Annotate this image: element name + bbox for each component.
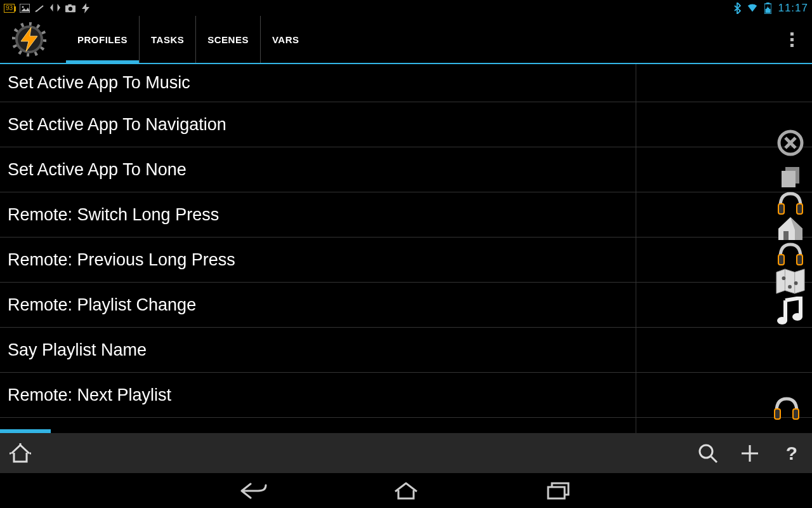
task-title: Remote: Previous Long Press <box>8 250 235 270</box>
svg-rect-13 <box>782 171 796 187</box>
android-status-bar: 93 11:17 <box>0 0 812 16</box>
battery-percent-icon: 93 <box>4 4 15 13</box>
task-row[interactable]: Set Active App To Navigation <box>0 102 812 147</box>
svg-rect-24 <box>775 409 780 419</box>
music-note-icon[interactable] <box>775 297 806 327</box>
back-button[interactable] <box>232 479 276 502</box>
search-button[interactable] <box>697 442 719 465</box>
image-icon <box>20 3 30 13</box>
svg-point-20 <box>794 281 798 285</box>
task-title: Say Playlist Name <box>8 340 147 360</box>
tab-bar: PROFILES TASKS SCENES VARS <box>66 16 311 63</box>
map-icon[interactable] <box>775 266 806 297</box>
scroll-indicator <box>0 429 51 433</box>
svg-point-23 <box>792 313 802 321</box>
headphones-icon[interactable] <box>775 238 806 269</box>
svg-point-1 <box>22 6 24 8</box>
bottom-toolbar: ? <box>0 433 812 473</box>
home-button[interactable] <box>9 442 32 465</box>
task-title: Set Active App To None <box>8 160 187 180</box>
task-row[interactable]: Set Active App To None <box>0 147 812 192</box>
svg-rect-17 <box>778 255 784 265</box>
tab-tasks[interactable]: TASKS <box>139 16 195 63</box>
svg-rect-28 <box>548 487 565 498</box>
tab-vars[interactable]: VARS <box>260 16 311 63</box>
svg-point-19 <box>782 276 786 280</box>
task-title: Remote: Next Playlist <box>8 385 171 405</box>
task-row[interactable]: Remote: Playlist Change <box>0 283 812 328</box>
side-icon-stack <box>775 128 806 327</box>
task-list[interactable]: Set Active App To Music Set Active App T… <box>0 64 812 433</box>
android-nav-bar <box>0 473 812 508</box>
home-nav-button[interactable] <box>384 479 428 502</box>
svg-point-21 <box>788 285 792 289</box>
tab-label: PROFILES <box>77 34 128 45</box>
svg-rect-18 <box>797 255 802 265</box>
tab-scenes[interactable]: SCENES <box>195 16 260 63</box>
task-row[interactable]: Remote: Previous Long Press <box>0 237 812 283</box>
edit-icon <box>35 3 45 13</box>
svg-point-26 <box>700 445 712 458</box>
add-button[interactable] <box>738 442 761 465</box>
tab-profiles[interactable]: PROFILES <box>66 16 139 63</box>
svg-rect-3 <box>69 4 72 6</box>
wifi-icon <box>747 3 757 13</box>
help-button[interactable]: ? <box>780 442 803 465</box>
tab-label: VARS <box>272 34 299 45</box>
overflow-menu-button[interactable] <box>779 27 804 52</box>
action-bar: PROFILES TASKS SCENES VARS <box>0 16 812 64</box>
task-row[interactable]: Remote: Switch Long Press <box>0 192 812 237</box>
task-title: Set Active App To Music <box>8 73 190 93</box>
task-list-container: Set Active App To Music Set Active App T… <box>0 64 812 433</box>
task-row[interactable]: Say Playlist Name <box>0 328 812 373</box>
task-title: Remote: Switch Long Press <box>8 205 219 225</box>
sync-icon <box>50 3 60 13</box>
recent-apps-button[interactable] <box>536 479 580 502</box>
tab-label: TASKS <box>151 34 184 45</box>
close-circle-icon[interactable] <box>775 128 806 158</box>
tasker-logo-icon[interactable] <box>11 22 47 57</box>
task-row[interactable]: Remote: Next Playlist <box>0 373 812 418</box>
task-title: Remote: Playlist Change <box>8 295 196 315</box>
status-clock: 11:17 <box>778 2 808 15</box>
task-title: Set Active App To Navigation <box>8 115 226 135</box>
svg-point-22 <box>777 317 787 324</box>
bolt-icon <box>81 3 91 13</box>
task-row[interactable]: Set Active App To Music <box>0 64 812 102</box>
headphones-icon[interactable] <box>773 395 801 420</box>
camera-icon <box>65 3 75 13</box>
svg-point-4 <box>69 6 72 10</box>
tab-label: SCENES <box>207 34 249 45</box>
bluetooth-icon <box>732 3 742 13</box>
svg-rect-6 <box>766 3 769 4</box>
battery-charging-icon <box>763 3 773 13</box>
svg-rect-25 <box>793 409 799 419</box>
